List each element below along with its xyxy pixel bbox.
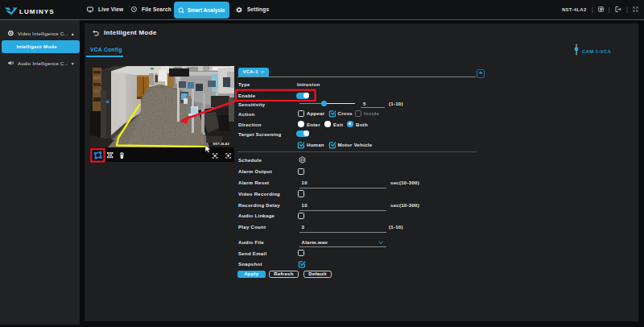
svg-text:NST-4LA2: NST-4LA2 — [213, 142, 230, 146]
